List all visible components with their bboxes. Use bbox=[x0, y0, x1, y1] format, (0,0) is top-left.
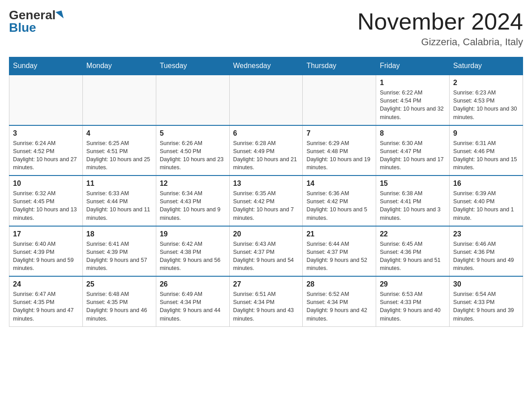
day-number: 1 bbox=[380, 79, 446, 87]
day-number: 18 bbox=[86, 230, 152, 238]
day-number: 10 bbox=[13, 180, 79, 188]
day-info: Sunrise: 6:29 AMSunset: 4:48 PMDaylight:… bbox=[306, 139, 372, 172]
day-cell bbox=[156, 75, 229, 125]
day-info: Sunrise: 6:31 AMSunset: 4:46 PMDaylight:… bbox=[453, 139, 519, 172]
day-number: 16 bbox=[453, 180, 519, 188]
day-number: 24 bbox=[13, 280, 79, 288]
day-number: 12 bbox=[160, 180, 226, 188]
week-row-5: 24Sunrise: 6:47 AMSunset: 4:35 PMDayligh… bbox=[9, 276, 523, 326]
day-number: 11 bbox=[86, 180, 152, 188]
day-cell: 15Sunrise: 6:38 AMSunset: 4:41 PMDayligh… bbox=[376, 176, 450, 226]
day-info: Sunrise: 6:33 AMSunset: 4:44 PMDaylight:… bbox=[86, 189, 152, 222]
day-number: 6 bbox=[233, 129, 299, 137]
day-cell: 10Sunrise: 6:32 AMSunset: 4:45 PMDayligh… bbox=[9, 176, 83, 226]
day-cell: 11Sunrise: 6:33 AMSunset: 4:44 PMDayligh… bbox=[82, 176, 156, 226]
day-cell: 22Sunrise: 6:45 AMSunset: 4:36 PMDayligh… bbox=[376, 226, 450, 277]
month-title: November 2024 bbox=[357, 9, 523, 34]
calendar-table: SundayMondayTuesdayWednesdayThursdayFrid… bbox=[9, 57, 523, 327]
day-cell bbox=[9, 75, 83, 125]
day-cell: 19Sunrise: 6:42 AMSunset: 4:38 PMDayligh… bbox=[156, 226, 229, 277]
day-cell: 16Sunrise: 6:39 AMSunset: 4:40 PMDayligh… bbox=[450, 176, 523, 226]
weekday-header-thursday: Thursday bbox=[303, 57, 376, 75]
day-cell: 2Sunrise: 6:23 AMSunset: 4:53 PMDaylight… bbox=[450, 75, 523, 125]
day-cell bbox=[303, 75, 376, 125]
day-cell bbox=[82, 75, 156, 125]
weekday-header-saturday: Saturday bbox=[450, 57, 523, 75]
day-info: Sunrise: 6:32 AMSunset: 4:45 PMDaylight:… bbox=[13, 189, 79, 222]
day-cell: 5Sunrise: 6:26 AMSunset: 4:50 PMDaylight… bbox=[156, 125, 229, 176]
day-cell: 3Sunrise: 6:24 AMSunset: 4:52 PMDaylight… bbox=[9, 125, 83, 176]
day-cell: 20Sunrise: 6:43 AMSunset: 4:37 PMDayligh… bbox=[229, 226, 303, 277]
day-cell: 14Sunrise: 6:36 AMSunset: 4:42 PMDayligh… bbox=[303, 176, 376, 226]
day-info: Sunrise: 6:52 AMSunset: 4:34 PMDaylight:… bbox=[306, 290, 372, 323]
day-number: 13 bbox=[233, 180, 299, 188]
day-number: 7 bbox=[306, 129, 372, 137]
weekday-header-sunday: Sunday bbox=[9, 57, 83, 75]
day-info: Sunrise: 6:51 AMSunset: 4:34 PMDaylight:… bbox=[233, 290, 299, 323]
weekday-header-friday: Friday bbox=[376, 57, 450, 75]
day-cell: 26Sunrise: 6:49 AMSunset: 4:34 PMDayligh… bbox=[156, 276, 229, 326]
day-number: 21 bbox=[306, 230, 372, 238]
location-subtitle: Gizzeria, Calabria, Italy bbox=[357, 36, 523, 48]
day-info: Sunrise: 6:24 AMSunset: 4:52 PMDaylight:… bbox=[13, 139, 79, 172]
day-info: Sunrise: 6:43 AMSunset: 4:37 PMDaylight:… bbox=[233, 240, 299, 273]
day-info: Sunrise: 6:23 AMSunset: 4:53 PMDaylight:… bbox=[453, 89, 519, 121]
page-header: General Blue November 2024 Gizzeria, Cal… bbox=[9, 9, 523, 48]
day-info: Sunrise: 6:47 AMSunset: 4:35 PMDaylight:… bbox=[13, 290, 79, 323]
day-cell: 12Sunrise: 6:34 AMSunset: 4:43 PMDayligh… bbox=[156, 176, 229, 226]
day-cell: 24Sunrise: 6:47 AMSunset: 4:35 PMDayligh… bbox=[9, 276, 83, 326]
day-info: Sunrise: 6:28 AMSunset: 4:49 PMDaylight:… bbox=[233, 139, 299, 172]
day-info: Sunrise: 6:35 AMSunset: 4:42 PMDaylight:… bbox=[233, 189, 299, 222]
day-number: 23 bbox=[453, 230, 519, 238]
weekday-header-wednesday: Wednesday bbox=[229, 57, 303, 75]
day-number: 14 bbox=[306, 180, 372, 188]
day-info: Sunrise: 6:22 AMSunset: 4:54 PMDaylight:… bbox=[380, 89, 446, 121]
day-number: 5 bbox=[160, 129, 226, 137]
day-number: 28 bbox=[306, 280, 372, 288]
day-info: Sunrise: 6:45 AMSunset: 4:36 PMDaylight:… bbox=[380, 240, 446, 273]
day-cell: 7Sunrise: 6:29 AMSunset: 4:48 PMDaylight… bbox=[303, 125, 376, 176]
day-cell: 21Sunrise: 6:44 AMSunset: 4:37 PMDayligh… bbox=[303, 226, 376, 277]
week-row-3: 10Sunrise: 6:32 AMSunset: 4:45 PMDayligh… bbox=[9, 176, 523, 226]
week-row-2: 3Sunrise: 6:24 AMSunset: 4:52 PMDaylight… bbox=[9, 125, 523, 176]
logo: General Blue bbox=[9, 9, 63, 34]
logo-general-text: General bbox=[9, 9, 56, 21]
day-info: Sunrise: 6:26 AMSunset: 4:50 PMDaylight:… bbox=[160, 139, 226, 172]
weekday-header-row: SundayMondayTuesdayWednesdayThursdayFrid… bbox=[9, 57, 523, 75]
day-number: 2 bbox=[453, 79, 519, 87]
day-info: Sunrise: 6:30 AMSunset: 4:47 PMDaylight:… bbox=[380, 139, 446, 172]
day-info: Sunrise: 6:48 AMSunset: 4:35 PMDaylight:… bbox=[86, 290, 152, 323]
day-cell: 17Sunrise: 6:40 AMSunset: 4:39 PMDayligh… bbox=[9, 226, 83, 277]
day-info: Sunrise: 6:44 AMSunset: 4:37 PMDaylight:… bbox=[306, 240, 372, 273]
day-cell: 23Sunrise: 6:46 AMSunset: 4:36 PMDayligh… bbox=[450, 226, 523, 277]
day-number: 9 bbox=[453, 129, 519, 137]
day-number: 30 bbox=[453, 280, 519, 288]
day-number: 22 bbox=[380, 230, 446, 238]
day-info: Sunrise: 6:34 AMSunset: 4:43 PMDaylight:… bbox=[160, 189, 226, 222]
week-row-4: 17Sunrise: 6:40 AMSunset: 4:39 PMDayligh… bbox=[9, 226, 523, 277]
day-cell: 25Sunrise: 6:48 AMSunset: 4:35 PMDayligh… bbox=[82, 276, 156, 326]
day-cell bbox=[229, 75, 303, 125]
day-cell: 9Sunrise: 6:31 AMSunset: 4:46 PMDaylight… bbox=[450, 125, 523, 176]
day-cell: 4Sunrise: 6:25 AMSunset: 4:51 PMDaylight… bbox=[82, 125, 156, 176]
day-number: 15 bbox=[380, 180, 446, 188]
day-number: 19 bbox=[160, 230, 226, 238]
day-cell: 6Sunrise: 6:28 AMSunset: 4:49 PMDaylight… bbox=[229, 125, 303, 176]
day-info: Sunrise: 6:41 AMSunset: 4:39 PMDaylight:… bbox=[86, 240, 152, 273]
day-info: Sunrise: 6:39 AMSunset: 4:40 PMDaylight:… bbox=[453, 189, 519, 222]
day-number: 20 bbox=[233, 230, 299, 238]
week-row-1: 1Sunrise: 6:22 AMSunset: 4:54 PMDaylight… bbox=[9, 75, 523, 125]
day-number: 4 bbox=[86, 129, 152, 137]
day-number: 26 bbox=[160, 280, 226, 288]
day-number: 27 bbox=[233, 280, 299, 288]
day-info: Sunrise: 6:49 AMSunset: 4:34 PMDaylight:… bbox=[160, 290, 226, 323]
day-number: 17 bbox=[13, 230, 79, 238]
day-cell: 1Sunrise: 6:22 AMSunset: 4:54 PMDaylight… bbox=[376, 75, 450, 125]
day-cell: 30Sunrise: 6:54 AMSunset: 4:33 PMDayligh… bbox=[450, 276, 523, 326]
day-info: Sunrise: 6:38 AMSunset: 4:41 PMDaylight:… bbox=[380, 189, 446, 222]
day-cell: 27Sunrise: 6:51 AMSunset: 4:34 PMDayligh… bbox=[229, 276, 303, 326]
day-number: 25 bbox=[86, 280, 152, 288]
day-info: Sunrise: 6:25 AMSunset: 4:51 PMDaylight:… bbox=[86, 139, 152, 172]
logo-arrow-icon bbox=[56, 10, 64, 20]
day-info: Sunrise: 6:46 AMSunset: 4:36 PMDaylight:… bbox=[453, 240, 519, 273]
